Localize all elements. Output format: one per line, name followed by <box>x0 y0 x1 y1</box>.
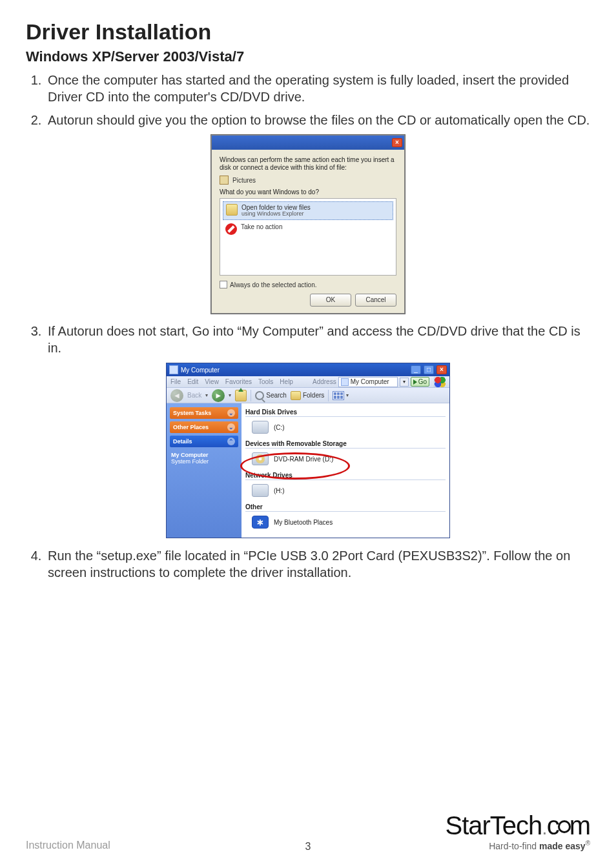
maximize-icon[interactable]: □ <box>424 365 434 374</box>
step-2: Autorun should give you the option to br… <box>45 112 590 128</box>
cancel-button[interactable]: Cancel <box>355 294 396 307</box>
folders-label: Folders <box>303 392 324 399</box>
logo-part-tech: Tech <box>490 811 542 840</box>
pictures-icon <box>220 176 229 185</box>
menu-file[interactable]: File <box>170 378 181 385</box>
instruction-list-cont2: Run the “setup.exe” file located in “PCI… <box>26 547 590 581</box>
panel-details[interactable]: Details ⌃ <box>170 436 238 447</box>
details-subtitle: System Folder <box>171 458 237 465</box>
go-label: Go <box>418 378 427 385</box>
menu-favorites[interactable]: Favorites <box>225 378 252 385</box>
toolbar-separator <box>328 390 329 401</box>
chevron-up-icon: ⌃ <box>227 438 235 445</box>
autorun-options[interactable]: Open folder to view files using Windows … <box>220 198 396 276</box>
address-value: My Computer <box>351 378 389 385</box>
explorer-content: Hard Disk Drives (C:) Devices with Remov… <box>241 403 449 538</box>
explorer-window: My Computer _ □ × File Edit View Favorit… <box>166 363 450 538</box>
drive-label: DVD-RAM Drive (D:) <box>274 456 333 463</box>
always-checkbox[interactable] <box>220 281 227 288</box>
forward-dropdown-icon[interactable]: ▾ <box>229 392 231 398</box>
back-label: Back <box>187 392 201 399</box>
address-label: Address <box>313 378 336 385</box>
logo-part-m: m <box>570 811 590 840</box>
close-icon[interactable]: × <box>392 138 402 147</box>
drive-h[interactable]: (H:) <box>245 480 446 501</box>
chevron-down-icon: ⌄ <box>227 409 235 417</box>
menu-view[interactable]: View <box>205 378 219 385</box>
folders-icon <box>291 391 301 400</box>
folder-icon <box>226 204 238 216</box>
page-number: 3 <box>305 841 311 852</box>
group-hard-disk-drives: Hard Disk Drives <box>245 407 446 417</box>
panel-label: Other Places <box>173 424 209 430</box>
up-folder-button[interactable] <box>235 390 247 401</box>
menu-help[interactable]: Help <box>280 378 293 385</box>
back-button[interactable]: ◄ <box>170 389 183 402</box>
figure-explorer: My Computer _ □ × File Edit View Favorit… <box>26 363 590 538</box>
no-action-icon <box>225 223 237 235</box>
close-icon[interactable]: × <box>436 365 447 374</box>
forward-button[interactable]: ► <box>212 389 225 402</box>
panel-other-places[interactable]: Other Places ⌄ <box>170 421 238 433</box>
step-1: Once the computer has started and the op… <box>45 72 590 105</box>
explorer-toolbar: ◄ Back ▾ ► ▾ Search Folders ▾ <box>167 388 449 403</box>
group-network-drives: Network Drives <box>245 470 446 480</box>
minimize-icon[interactable]: _ <box>411 365 421 374</box>
drive-c[interactable]: (C:) <box>245 417 446 438</box>
step-3: If Autorun does not start, Go into “My C… <box>45 323 590 356</box>
drive-label: (H:) <box>274 487 285 494</box>
figure-autorun: × Windows can perform the same action ea… <box>26 135 590 314</box>
instruction-list: Once the computer has started and the op… <box>26 72 590 128</box>
group-other: Other <box>245 502 446 512</box>
autorun-message: Windows can perform the same action each… <box>220 156 396 172</box>
menu-tools[interactable]: Tools <box>258 378 273 385</box>
panel-label: System Tasks <box>173 410 211 416</box>
step-4: Run the “setup.exe” file located in “PCI… <box>45 547 590 581</box>
instruction-list-cont: If Autorun does not start, Go into “My C… <box>26 323 590 356</box>
option-no-action-label: Take no action <box>241 223 283 230</box>
my-computer-icon <box>169 365 178 374</box>
option-take-no-action[interactable]: Take no action <box>223 221 393 237</box>
explorer-title: My Computer <box>181 367 220 374</box>
address-dropdown-icon[interactable]: ▾ <box>400 378 409 387</box>
drive-label: (C:) <box>274 424 285 431</box>
group-removable-storage: Devices with Removable Storage <box>245 439 446 449</box>
dvd-drive-icon <box>252 452 269 465</box>
go-arrow-icon <box>413 379 417 385</box>
details-title: My Computer <box>171 452 237 458</box>
logo-o-icon <box>558 820 571 833</box>
chevron-down-icon: ⌄ <box>227 423 235 431</box>
autorun-prompt: What do you want Windows to do? <box>220 188 396 196</box>
page-footer: Instruction Manual 3 StarTech.cm Hard-to… <box>26 812 590 851</box>
drive-dvd[interactable]: DVD-RAM Drive (D:) <box>245 449 446 469</box>
autorun-dialog: × Windows can perform the same action ea… <box>211 135 405 314</box>
views-button[interactable]: ▾ <box>333 391 349 400</box>
windows-logo-icon <box>434 377 446 387</box>
search-button[interactable]: Search <box>255 391 287 400</box>
panel-system-tasks[interactable]: System Tasks ⌄ <box>170 407 238 419</box>
option-open-folder-sub: using Windows Explorer <box>241 211 311 217</box>
bluetooth-icon: ∗ <box>252 516 269 529</box>
views-dropdown-icon[interactable]: ▾ <box>346 392 349 398</box>
ok-button[interactable]: OK <box>310 294 351 307</box>
back-dropdown-icon[interactable]: ▾ <box>205 392 208 398</box>
page-subtitle: Windows XP/Server 2003/Vista/7 <box>26 48 590 65</box>
search-icon <box>255 391 264 400</box>
network-drive-icon <box>252 484 269 497</box>
explorer-sidebar: System Tasks ⌄ Other Places ⌄ Details ⌃ … <box>167 403 241 538</box>
option-open-folder[interactable]: Open folder to view files using Windows … <box>223 201 393 220</box>
page-title: Driver Installation <box>26 19 590 45</box>
always-label: Always do the selected action. <box>230 281 317 288</box>
search-label: Search <box>266 392 287 399</box>
go-button[interactable]: Go <box>411 377 429 387</box>
panel-details-body: My Computer System Folder <box>170 450 238 469</box>
autorun-content-type: Pictures <box>232 177 256 184</box>
folders-button[interactable]: Folders <box>291 391 324 400</box>
drive-bluetooth[interactable]: ∗ My Bluetooth Places <box>245 512 446 532</box>
drive-label: My Bluetooth Places <box>274 519 333 526</box>
logo-part-c: c <box>547 811 559 840</box>
menu-edit[interactable]: Edit <box>187 378 198 385</box>
logo-part-star: Star <box>445 811 489 840</box>
my-computer-icon <box>341 378 349 386</box>
address-input[interactable]: My Computer <box>338 377 398 387</box>
